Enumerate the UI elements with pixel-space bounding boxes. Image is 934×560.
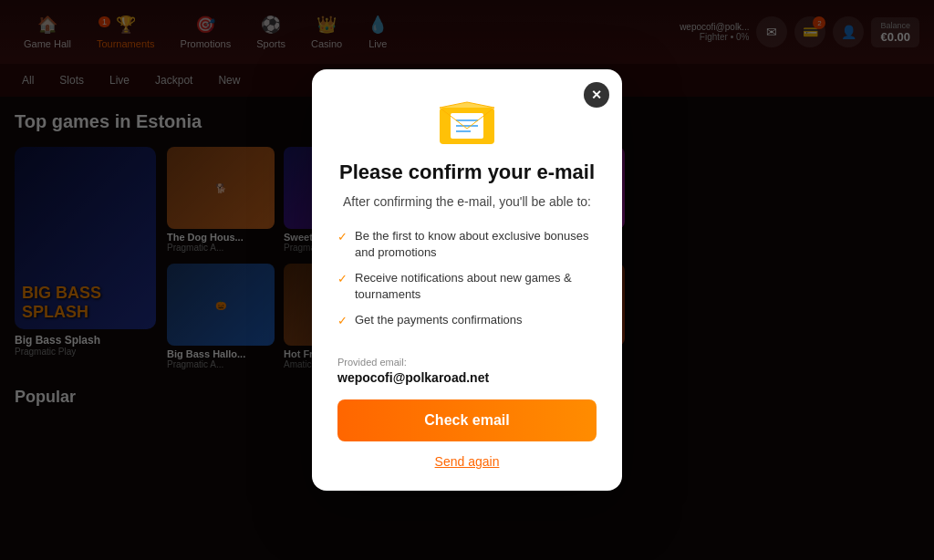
check-icon-2: ✓ — [337, 271, 348, 287]
benefit-text-1: Be the first to know about exclusive bon… — [355, 228, 597, 261]
provided-email-label: Provided email: — [337, 357, 597, 368]
benefit-item-2: ✓ Receive notifications about new games … — [337, 270, 597, 303]
modal-close-button[interactable]: ✕ — [584, 82, 609, 108]
benefit-item-3: ✓ Get the payments confirmations — [337, 312, 597, 329]
check-email-button[interactable]: Check email — [337, 399, 597, 441]
modal-subtitle: After confirming the e-mail, you'll be a… — [343, 193, 591, 212]
benefit-item-1: ✓ Be the first to know about exclusive b… — [337, 228, 597, 261]
provided-email-value: wepocofi@polkaroad.net — [337, 370, 597, 385]
benefit-text-3: Get the payments confirmations — [355, 312, 523, 328]
check-icon-3: ✓ — [337, 313, 348, 329]
send-again-button[interactable]: Send again — [435, 454, 500, 469]
provided-email-section: Provided email: wepocofi@polkaroad.net — [337, 357, 597, 385]
benefit-text-2: Receive notifications about new games & … — [355, 270, 597, 303]
check-icon-1: ✓ — [337, 229, 348, 245]
confirm-email-modal: ✕ Please confirm your e-mail After confi… — [312, 69, 622, 492]
envelope-icon — [438, 99, 496, 146]
benefit-list: ✓ Be the first to know about exclusive b… — [337, 228, 597, 339]
modal-overlay: ✕ Please confirm your e-mail After confi… — [0, 0, 934, 560]
modal-title: Please confirm your e-mail — [339, 161, 595, 184]
